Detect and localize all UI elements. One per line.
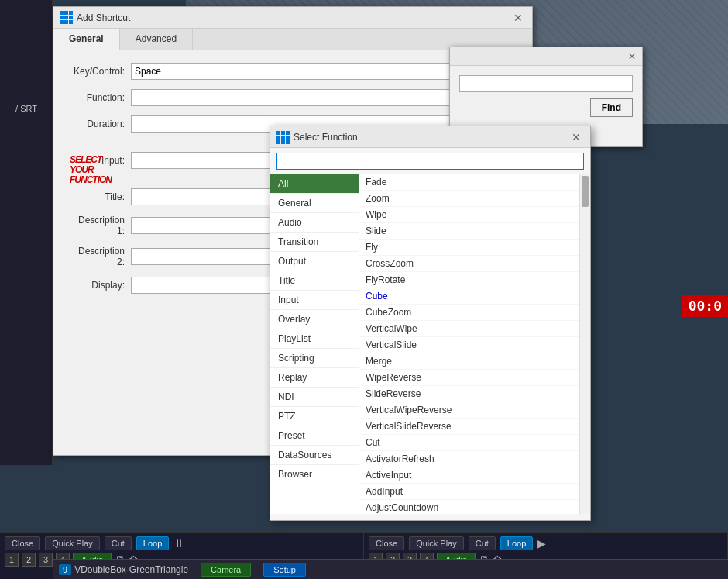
find-dialog-titlebar: ✕ bbox=[450, 47, 642, 66]
key-control-label: Key/Control: bbox=[69, 66, 131, 77]
sf-category-preset[interactable]: Preset bbox=[270, 426, 359, 446]
sf-category-replay[interactable]: Replay bbox=[270, 368, 359, 388]
close-button-1[interactable]: Close bbox=[5, 536, 40, 550]
dialog-close-button[interactable]: ✕ bbox=[510, 10, 526, 26]
description2-label: Description 2: bbox=[69, 246, 131, 267]
sf-function-item[interactable]: Fly bbox=[359, 240, 579, 256]
select-function-watermark: Select your function bbox=[70, 155, 112, 186]
quick-play-button-2[interactable]: Quick Play bbox=[409, 536, 464, 550]
dialog-icon bbox=[60, 12, 72, 24]
sf-function-item[interactable]: CrossZoom bbox=[359, 256, 579, 272]
taskbar-row1-panel1: Close Quick Play Cut Loop ⏸ bbox=[5, 536, 359, 550]
display-label: Display: bbox=[69, 280, 131, 291]
dialog-title: Add Shortcut bbox=[77, 12, 510, 23]
find-dialog-close-button[interactable]: ✕ bbox=[625, 50, 639, 64]
close-button-2[interactable]: Close bbox=[369, 536, 404, 550]
sf-category-browser[interactable]: Browser bbox=[270, 465, 359, 484]
sf-function-item[interactable]: WipeReverse bbox=[359, 370, 579, 386]
sf-close-button[interactable]: ✕ bbox=[568, 129, 584, 145]
sf-function-item[interactable]: FlyRotate bbox=[359, 272, 579, 288]
find-action-button[interactable]: Find bbox=[590, 98, 633, 117]
sf-category-overlay[interactable]: Overlay bbox=[270, 310, 359, 329]
sf-category-scripting[interactable]: Scripting bbox=[270, 349, 359, 368]
sf-function-item[interactable]: ActivatorRefresh bbox=[359, 451, 579, 467]
play-icon-2[interactable]: ▶ bbox=[537, 537, 546, 550]
sf-function-item[interactable]: SlideReverse bbox=[359, 386, 579, 402]
bottom-item-number: 9 bbox=[59, 564, 71, 575]
select-function-dialog: Select Function ✕ AllGeneralAudioTransit… bbox=[270, 126, 591, 521]
bottom-item-num-wrapper: 9 VDoubleBox-GreenTriangle bbox=[59, 564, 188, 575]
sf-function-item[interactable]: VerticalSlide bbox=[359, 337, 579, 353]
sf-function-item[interactable]: Cube bbox=[359, 288, 579, 305]
loop-button-1[interactable]: Loop bbox=[136, 536, 169, 550]
key-control-select[interactable]: Space bbox=[131, 63, 466, 80]
sf-title-icon bbox=[276, 131, 289, 143]
description1-label: Description 1: bbox=[69, 215, 131, 236]
sf-scrollbar[interactable] bbox=[579, 174, 590, 514]
sf-search-input[interactable] bbox=[276, 153, 584, 170]
sf-category-ndi[interactable]: NDI bbox=[270, 388, 359, 407]
sf-function-item[interactable]: Fade bbox=[359, 174, 579, 191]
bottom-item-label: VDoubleBox-GreenTriangle bbox=[74, 564, 188, 575]
sf-content: AllGeneralAudioTransitionOutputTitleInpu… bbox=[270, 174, 590, 514]
sf-items-list: FadeZoomWipeSlideFlyCrossZoomFlyRotateCu… bbox=[359, 174, 579, 514]
sf-category-audio[interactable]: Audio bbox=[270, 213, 359, 233]
sf-category-input[interactable]: Input bbox=[270, 291, 359, 310]
sf-category-all[interactable]: All bbox=[270, 174, 359, 194]
duration-label: Duration: bbox=[69, 119, 131, 129]
find-search-input[interactable] bbox=[459, 75, 633, 92]
tab-advanced[interactable]: Advanced bbox=[120, 29, 193, 50]
pause-icon-1[interactable]: ⏸ bbox=[173, 537, 184, 550]
timer-display: 00:0 bbox=[682, 295, 728, 317]
sf-function-item[interactable]: Wipe bbox=[359, 207, 579, 223]
num-1-panel1[interactable]: 1 bbox=[5, 553, 19, 567]
camera-button[interactable]: Camera bbox=[201, 563, 251, 577]
sf-function-item[interactable]: AddInput bbox=[359, 484, 579, 500]
function-label: Function: bbox=[69, 92, 131, 103]
sf-function-item[interactable]: Zoom bbox=[359, 191, 579, 207]
sf-function-item[interactable]: Cut bbox=[359, 435, 579, 451]
title-label: Title: bbox=[69, 191, 131, 202]
sf-function-item[interactable]: ActiveInput bbox=[359, 467, 579, 484]
sf-category-general[interactable]: General bbox=[270, 194, 359, 213]
sf-function-item[interactable]: CubeZoom bbox=[359, 305, 579, 321]
sf-function-item[interactable]: VerticalWipeReverse bbox=[359, 402, 579, 419]
sf-scroll-thumb bbox=[582, 176, 589, 207]
srt-label: / SRT bbox=[0, 101, 53, 116]
num-2-panel1[interactable]: 2 bbox=[22, 553, 36, 567]
sf-title-text: Select Function bbox=[294, 132, 568, 143]
sf-titlebar[interactable]: Select Function ✕ bbox=[270, 126, 590, 148]
taskbar-row1-panel2: Close Quick Play Cut Loop ▶ bbox=[369, 536, 723, 550]
sf-category-transition[interactable]: Transition bbox=[270, 233, 359, 252]
left-sidebar: / SRT bbox=[0, 0, 53, 465]
sf-function-item[interactable]: AdjustCountdown bbox=[359, 500, 579, 514]
sf-category-output[interactable]: Output bbox=[270, 252, 359, 271]
sf-category-datasources[interactable]: DataSources bbox=[270, 446, 359, 465]
num-3-panel1[interactable]: 3 bbox=[39, 553, 53, 567]
sf-category-playlist[interactable]: PlayList bbox=[270, 329, 359, 349]
sf-category-title[interactable]: Title bbox=[270, 271, 359, 291]
sf-scroll-track bbox=[580, 174, 590, 514]
sf-category-ptz[interactable]: PTZ bbox=[270, 407, 359, 426]
sf-function-item[interactable]: Merge bbox=[359, 353, 579, 370]
sf-function-item[interactable]: VerticalSlideReverse bbox=[359, 419, 579, 435]
quick-play-button-1[interactable]: Quick Play bbox=[45, 536, 100, 550]
bottom-info-bar: 9 VDoubleBox-GreenTriangle Camera Setup bbox=[53, 559, 728, 579]
tab-general[interactable]: General bbox=[53, 29, 120, 50]
sf-function-item[interactable]: VerticalWipe bbox=[359, 321, 579, 337]
sf-categories-list: AllGeneralAudioTransitionOutputTitleInpu… bbox=[270, 174, 359, 514]
dialog-titlebar[interactable]: Add Shortcut ✕ bbox=[53, 7, 532, 29]
loop-button-2[interactable]: Loop bbox=[500, 536, 533, 550]
cut-button-1[interactable]: Cut bbox=[105, 536, 132, 550]
sf-function-item[interactable]: Slide bbox=[359, 223, 579, 240]
cut-button-2[interactable]: Cut bbox=[469, 536, 496, 550]
setup-button[interactable]: Setup bbox=[263, 563, 306, 577]
find-dialog-body: Find bbox=[450, 66, 642, 108]
